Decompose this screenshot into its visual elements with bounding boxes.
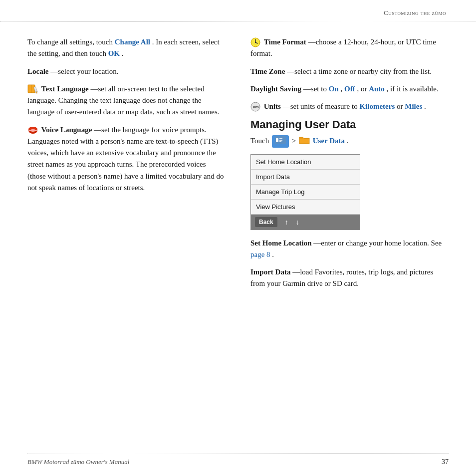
- manual-title: BMW Motorrad zümo Owner's Manual: [27, 458, 129, 466]
- locale-paragraph: Locale —select your location.: [27, 66, 226, 77]
- auto-link[interactable]: Auto: [369, 85, 385, 93]
- time-format-term: Time Format: [264, 38, 306, 46]
- page-8-link[interactable]: page 8: [250, 250, 270, 258]
- managing-user-data-section: Managing User Data Touch >: [250, 118, 449, 289]
- settings-button-icon: [272, 135, 289, 148]
- units-text1: or: [397, 102, 405, 110]
- period: .: [347, 137, 349, 145]
- user-data-link[interactable]: User Data: [313, 137, 345, 145]
- set-home-location-desc: —enter or change your home location. See: [313, 239, 442, 247]
- intro-text3: .: [122, 49, 124, 57]
- units-term: Units: [264, 102, 281, 110]
- back-button[interactable]: Back: [255, 217, 277, 227]
- page-header: Customizing the zümo: [0, 0, 476, 21]
- time-format-paragraph: Time Format —choose a 12-hour, 24-hour, …: [250, 36, 449, 60]
- menu-item-manage-trip-log[interactable]: Manage Trip Log: [251, 185, 360, 200]
- daylight-saving-text2: , or: [357, 85, 369, 93]
- svg-rect-14: [276, 138, 278, 142]
- text-language-icon: [27, 84, 38, 94]
- arrow-down-icon[interactable]: ↓: [296, 218, 299, 226]
- set-home-location-term: Set Home Location: [250, 239, 311, 247]
- daylight-saving-term: Daylight Saving: [250, 85, 301, 93]
- on-link[interactable]: On: [329, 85, 339, 93]
- daylight-saving-paragraph: Daylight Saving —set to On , Off , or Au…: [250, 83, 449, 95]
- arrow-separator: >: [292, 137, 298, 145]
- menu-item-set-home-location[interactable]: Set Home Location: [251, 155, 360, 170]
- menu-item-import-data[interactable]: Import Data: [251, 170, 360, 185]
- set-home-location-text: .: [272, 250, 274, 258]
- text-language-term: Text Language: [41, 85, 89, 93]
- locale-desc: —select your location.: [50, 67, 118, 75]
- page-number: 37: [442, 458, 449, 466]
- ok-link[interactable]: OK: [108, 49, 120, 57]
- menu-screenshot: Set Home Location Import Data Manage Tri…: [250, 154, 360, 230]
- time-zone-term: Time Zone: [250, 67, 285, 75]
- set-home-location-paragraph: Set Home Location —enter or change your …: [250, 238, 449, 261]
- clock-icon: [250, 37, 260, 47]
- daylight-saving-desc1: —set to: [303, 85, 329, 93]
- intro-paragraph: To change all settings, touch Change All…: [27, 36, 226, 60]
- right-column: Time Format —choose a 12-hour, 24-hour, …: [245, 36, 449, 433]
- miles-link[interactable]: Miles: [405, 102, 422, 110]
- arrow-up-icon[interactable]: ↑: [285, 218, 288, 226]
- page-footer: BMW Motorrad zümo Owner's Manual 37: [27, 454, 449, 466]
- units-icon: km: [250, 102, 260, 112]
- svg-point-6: [30, 129, 35, 131]
- menu-footer: Back ↑ ↓: [251, 215, 360, 230]
- voice-language-icon: [27, 125, 38, 135]
- import-data-term: Import Data: [250, 268, 290, 276]
- time-zone-desc: —select a time zone or nearby city from …: [287, 67, 432, 75]
- touch-instruction: Touch >: [250, 135, 449, 148]
- units-paragraph: km Units —set units of measure to Kilome…: [250, 101, 449, 112]
- voice-language-desc: —set the language for voice prompts. Lan…: [27, 126, 224, 192]
- svg-text:km: km: [253, 105, 259, 109]
- time-zone-paragraph: Time Zone —select a time zone or nearby …: [250, 66, 449, 77]
- locale-term: Locale: [27, 67, 49, 75]
- header-title: Customizing the zümo: [384, 9, 446, 16]
- section-heading: Managing User Data: [250, 118, 449, 131]
- daylight-saving-desc2: , if it is available.: [387, 85, 439, 93]
- voice-language-paragraph: Voice Language —set the language for voi…: [27, 124, 226, 194]
- user-data-folder-icon: [299, 135, 310, 148]
- page-container: Customizing the zümo To change all setti…: [0, 0, 476, 476]
- touch-text: Touch: [250, 137, 269, 145]
- units-desc1: —set units of measure to: [283, 102, 360, 110]
- import-data-paragraph: Import Data —load Favorites, routes, tri…: [250, 266, 449, 290]
- kilometers-link[interactable]: Kilometers: [359, 102, 395, 110]
- svg-point-10: [255, 41, 256, 42]
- change-all-link[interactable]: Change All: [115, 38, 150, 46]
- menu-item-view-pictures[interactable]: View Pictures: [251, 200, 360, 215]
- units-text2: .: [424, 102, 426, 110]
- text-language-paragraph: Text Language —set all on-screen text to…: [27, 83, 226, 118]
- off-link[interactable]: Off: [344, 85, 355, 93]
- daylight-saving-text1: ,: [340, 85, 344, 93]
- left-column: To change all settings, touch Change All…: [27, 36, 231, 433]
- voice-language-term: Voice Language: [41, 126, 92, 134]
- intro-text1: To change all settings, touch: [27, 38, 115, 46]
- content-area: To change all settings, touch Change All…: [0, 21, 476, 448]
